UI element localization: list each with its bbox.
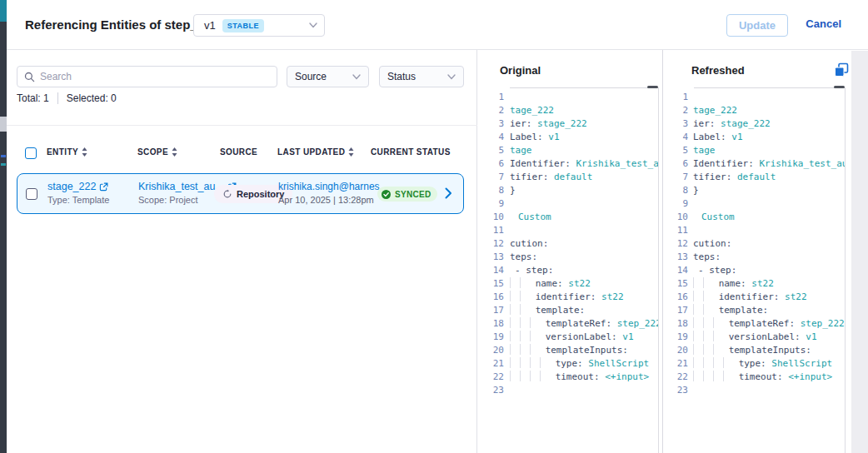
line-number: 23 — [662, 384, 688, 397]
indent-guide — [510, 317, 520, 328]
nav-accent — [0, 0, 7, 22]
code-line: 15 name: st22 — [662, 277, 845, 291]
code-line: 22 timeout: <+input> — [477, 371, 658, 384]
indent-guide — [520, 331, 530, 341]
line-number: 23 — [477, 384, 504, 397]
line-number: 4 — [477, 131, 504, 144]
page-title: Referencing Entities of step_222 — [25, 17, 218, 32]
row-checkbox[interactable] — [26, 188, 37, 200]
line-number: 13 — [662, 251, 688, 264]
refreshed-hscroll-thumb[interactable] — [834, 86, 845, 88]
indent-guide — [510, 304, 520, 315]
table-row[interactable]: stage_222 Type: Template Krishika_test_a… — [17, 173, 464, 214]
code-text: tage_222 — [510, 104, 658, 117]
cancel-button[interactable]: Cancel — [806, 17, 841, 30]
code-line: 1 — [477, 91, 658, 104]
line-number: 17 — [662, 304, 688, 317]
indent-guide — [510, 331, 520, 341]
line-number: 12 — [477, 237, 504, 251]
code-line: 20 templateInputs: — [477, 344, 658, 357]
indent-guide — [520, 317, 530, 328]
update-button[interactable]: Update — [726, 14, 788, 37]
line-number: 10 — [662, 211, 688, 224]
line-number: 18 — [662, 317, 688, 331]
line-number: 13 — [477, 251, 504, 264]
source-filter[interactable]: Source — [287, 66, 369, 87]
code-line: 12cution: — [477, 237, 658, 251]
code-line: 17 template: — [662, 304, 845, 317]
code-text: timeout: <+input> — [693, 371, 845, 384]
line-number: 22 — [477, 371, 504, 384]
background-app-edge — [0, 0, 7, 453]
line-number: 21 — [477, 357, 504, 371]
code-text: } — [693, 184, 845, 197]
code-text: template: — [693, 304, 845, 317]
column-header-entity[interactable]: ENTITY — [47, 147, 87, 157]
code-text: tage_222 — [693, 104, 845, 117]
updated-at: Apr 10, 2025 | 13:28pm — [278, 195, 388, 205]
code-line: 18 templateRef: step_222 — [477, 317, 658, 331]
line-number: 11 — [662, 224, 688, 237]
code-text: Label: v1 — [693, 131, 845, 144]
indent-guide — [693, 331, 703, 341]
code-text: Custom — [510, 211, 658, 224]
column-header-last-updated[interactable]: LAST UPDATED — [277, 147, 354, 157]
line-number: 14 — [662, 264, 688, 277]
sort-icon — [348, 147, 354, 157]
code-line: 14- step: — [662, 264, 845, 277]
line-number: 12 — [662, 237, 688, 251]
selection-summary: Total: 1 Selected: 0 — [17, 92, 117, 104]
line-number: 2 — [662, 104, 688, 117]
column-header-current-status: CURRENT STATUS — [371, 147, 451, 157]
search-box[interactable] — [17, 66, 277, 87]
code-line: 21 type: ShellScript — [477, 357, 658, 371]
entity-type: Type: Template — [47, 195, 109, 205]
code-line: 21 type: ShellScript — [662, 357, 845, 371]
entity-link[interactable]: stage_222 — [47, 181, 109, 192]
entity-cell: stage_222 Type: Template — [47, 181, 109, 205]
code-line: 8} — [477, 184, 658, 197]
indent-guide — [713, 357, 723, 368]
indent-guide — [510, 277, 520, 288]
original-hscroll-thumb[interactable] — [647, 86, 658, 88]
line-number: 7 — [477, 171, 504, 184]
indent-guide — [693, 291, 703, 301]
status-filter[interactable]: Status — [379, 66, 464, 87]
indent-guide — [693, 304, 703, 315]
copy-icon[interactable] — [834, 62, 849, 77]
code-text: tifier: default — [510, 171, 658, 184]
code-line: 3ier: stage_222 — [662, 117, 845, 131]
code-text: - step: — [510, 264, 658, 277]
indent-guide — [693, 317, 703, 328]
indent-guide — [693, 277, 703, 288]
code-text: cution: — [510, 237, 658, 251]
indent-guide — [510, 344, 520, 355]
code-text: tifier: default — [693, 171, 845, 184]
search-input[interactable] — [40, 71, 270, 82]
indent-guide — [723, 371, 733, 381]
select-all-checkbox[interactable] — [25, 147, 37, 159]
chevron-down-icon — [447, 74, 456, 80]
code-text: templateInputs: — [510, 344, 658, 357]
line-number: 7 — [662, 171, 688, 184]
code-line: 13teps: — [477, 251, 658, 264]
column-header-scope[interactable]: SCOPE — [137, 147, 177, 157]
code-line: 14- step: — [477, 264, 658, 277]
line-number: 3 — [662, 117, 688, 131]
code-line: 6Identifier: Krishika_test_aut — [662, 157, 845, 171]
line-number: 10 — [477, 211, 504, 224]
line-number: 1 — [477, 91, 504, 104]
indent-guide — [713, 331, 723, 341]
code-line: 17 template: — [477, 304, 658, 317]
chevron-right-icon[interactable] — [445, 187, 452, 199]
code-text: name: st22 — [693, 277, 845, 291]
indent-guide — [713, 344, 723, 355]
indent-guide — [520, 371, 530, 381]
code-text: ier: stage_222 — [510, 117, 658, 131]
version-select[interactable]: v1 STABLE — [193, 14, 325, 37]
line-number: 6 — [662, 157, 688, 171]
indent-guide — [703, 291, 713, 301]
code-line: 1 — [662, 91, 845, 104]
code-text: } — [510, 184, 658, 197]
line-number: 9 — [662, 197, 688, 211]
